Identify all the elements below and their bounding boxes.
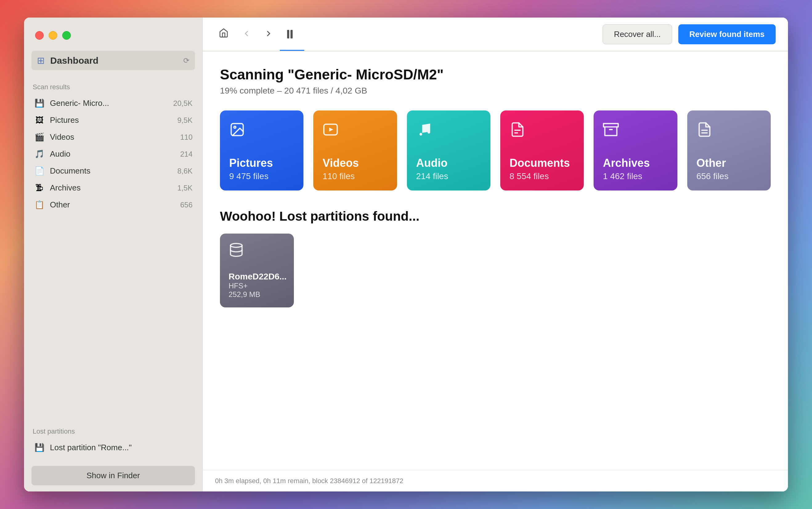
other-card-icon	[696, 122, 761, 141]
sidebar-item-name: Pictures	[50, 115, 173, 125]
toolbar-inner: Recover all... Review found items	[215, 18, 776, 51]
card-documents-name: Documents 8 554 files	[509, 157, 574, 181]
partition-icon	[228, 242, 285, 261]
sidebar-item-count: 656	[180, 201, 192, 209]
svg-rect-6	[603, 124, 618, 127]
statusbar-text: 0h 3m elapsed, 0h 11m remain, block 2384…	[215, 477, 404, 485]
sidebar-item-count: 8,6K	[178, 167, 192, 175]
pictures-card-icon	[229, 122, 294, 141]
sidebar-item-name: Archives	[50, 183, 173, 193]
show-in-finder-button[interactable]: Show in Finder	[31, 466, 195, 485]
videos-icon: 🎬	[34, 132, 45, 142]
sidebar: ⊞ Dashboard ⟳ Scan results 💾 Generic- Mi…	[24, 18, 203, 491]
lost-partitions-section: Lost partitions 💾 Lost partition "Rome..…	[24, 424, 202, 460]
app-window: ⊞ Dashboard ⟳ Scan results 💾 Generic- Mi…	[24, 18, 788, 491]
main-content: Recover all... Review found items Scanni…	[203, 18, 788, 491]
svg-marker-3	[329, 128, 333, 132]
sidebar-item-count: 110	[180, 133, 192, 142]
scan-results-section: Scan results 💾 Generic- Micro... 20,5K 🖼…	[24, 83, 202, 421]
sidebar-item-generic-micro[interactable]: 💾 Generic- Micro... 20,5K	[31, 95, 195, 112]
sidebar-item-name: Generic- Micro...	[50, 99, 168, 108]
dashboard-item[interactable]: ⊞ Dashboard ⟳	[31, 51, 195, 70]
sidebar-item-name: Documents	[50, 166, 173, 176]
traffic-lights	[31, 31, 195, 40]
sidebar-item-count: 20,5K	[173, 99, 192, 108]
lost-partition-name: Lost partition "Rome..."	[50, 443, 192, 452]
minimize-button[interactable]	[49, 31, 57, 40]
pause-button[interactable]	[283, 27, 297, 41]
lost-partition-icon: 💾	[34, 443, 45, 452]
dashboard-icon: ⊞	[37, 55, 45, 66]
sidebar-item-audio[interactable]: 🎵 Audio 214	[31, 145, 195, 163]
review-found-items-button[interactable]: Review found items	[678, 24, 776, 44]
card-pictures[interactable]: Pictures 9 475 files	[220, 110, 304, 191]
card-audio-name: Audio 214 files	[416, 157, 481, 181]
partition-card[interactable]: RomeD22D6... HFS+ 252,9 MB	[220, 234, 294, 307]
close-button[interactable]	[35, 31, 44, 40]
content-area: Scanning "Generic- MicroSD/M2" 19% compl…	[203, 52, 788, 470]
pause-icon	[287, 30, 293, 38]
pictures-icon: 🖼	[34, 115, 45, 125]
sidebar-item-archives[interactable]: 🗜 Archives 1,5K	[31, 179, 195, 196]
lost-partitions-label: Lost partitions	[31, 428, 195, 436]
sidebar-item-documents[interactable]: 📄 Documents 8,6K	[31, 163, 195, 179]
archives-card-icon	[603, 122, 668, 141]
card-pictures-name: Pictures 9 475 files	[229, 157, 294, 181]
maximize-button[interactable]	[62, 31, 71, 40]
svg-point-10	[230, 243, 242, 247]
sidebar-item-other[interactable]: 📋 Other 656	[31, 196, 195, 213]
category-cards: Pictures 9 475 files Videos	[220, 110, 771, 191]
sidebar-item-lost-partition[interactable]: 💾 Lost partition "Rome..."	[31, 439, 195, 456]
app-body: ⊞ Dashboard ⟳ Scan results 💾 Generic- Mi…	[24, 18, 788, 491]
forward-button[interactable]	[260, 25, 277, 43]
sidebar-item-name: Videos	[50, 132, 175, 142]
card-audio[interactable]: Audio 214 files	[407, 110, 491, 191]
other-icon: 📋	[34, 200, 45, 210]
sidebar-item-pictures[interactable]: 🖼 Pictures 9,5K	[31, 112, 195, 129]
sidebar-item-name: Other	[50, 200, 175, 210]
svg-point-1	[234, 126, 236, 128]
lost-partitions-title: Woohoo! Lost partitions found...	[220, 209, 771, 224]
scan-title: Scanning "Generic- MicroSD/M2"	[220, 66, 771, 83]
audio-card-icon	[416, 122, 481, 141]
card-videos[interactable]: Videos 110 files	[313, 110, 397, 191]
archives-icon: 🗜	[34, 183, 45, 193]
sidebar-item-count: 9,5K	[178, 116, 192, 125]
card-archives[interactable]: Archives 1 462 files	[594, 110, 677, 191]
home-button[interactable]	[215, 26, 232, 43]
partition-info: RomeD22D6... HFS+ 252,9 MB	[228, 272, 285, 299]
dashboard-label: Dashboard	[50, 56, 178, 66]
back-button[interactable]	[239, 25, 254, 43]
documents-card-icon	[509, 122, 574, 141]
toolbar-right: Recover all... Review found items	[602, 24, 776, 44]
documents-icon: 📄	[34, 166, 45, 176]
card-archives-name: Archives 1 462 files	[603, 157, 668, 181]
scan-results-label: Scan results	[31, 83, 195, 91]
statusbar: 0h 3m elapsed, 0h 11m remain, block 2384…	[203, 470, 788, 491]
card-videos-name: Videos 110 files	[322, 157, 387, 181]
sidebar-item-count: 1,5K	[178, 184, 192, 192]
loading-spinner: ⟳	[183, 56, 189, 65]
scan-subtitle: 19% complete – 20 471 files / 4,02 GB	[220, 86, 771, 96]
audio-icon: 🎵	[34, 149, 45, 159]
card-other[interactable]: Other 656 files	[687, 110, 771, 191]
card-other-name: Other 656 files	[696, 157, 761, 181]
sidebar-item-count: 214	[180, 150, 192, 159]
recover-all-button[interactable]: Recover all...	[602, 24, 672, 44]
videos-card-icon	[322, 122, 387, 141]
tab-indicator	[280, 50, 304, 51]
sidebar-top: ⊞ Dashboard ⟳	[24, 18, 202, 83]
sidebar-item-name: Audio	[50, 149, 175, 159]
toolbar: Recover all... Review found items	[203, 18, 788, 52]
hard-drive-icon: 💾	[34, 99, 45, 108]
card-documents[interactable]: Documents 8 554 files	[500, 110, 584, 191]
sidebar-item-videos[interactable]: 🎬 Videos 110	[31, 129, 195, 145]
